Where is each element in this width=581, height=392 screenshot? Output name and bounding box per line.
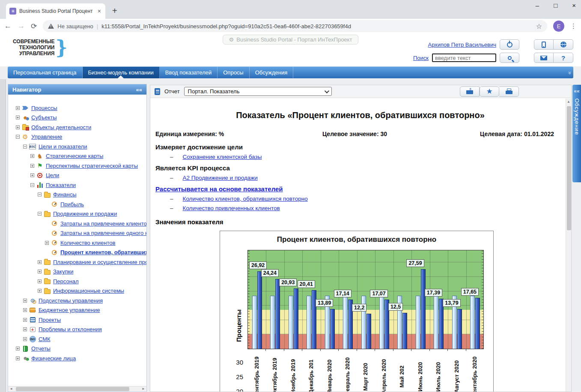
tree-expand-icon[interactable]: + — [38, 279, 42, 283]
tree-expand-icon[interactable]: + — [23, 318, 27, 322]
help-button[interactable]: ? — [554, 53, 573, 63]
address-input[interactable]: Не защищено | k11:5558/Portal_InTekhProy… — [43, 20, 547, 32]
content-vertical-scrollbar[interactable]: ▲ — [566, 98, 571, 392]
tree-expand-icon[interactable]: + — [30, 164, 34, 168]
reload-button[interactable]: ⟳ — [31, 22, 37, 31]
tree-collapse-icon[interactable]: − — [23, 145, 27, 148]
tree-link[interactable]: Прибыль — [60, 201, 84, 208]
tree-expand-icon[interactable]: + — [16, 356, 20, 360]
tree-expand-icon[interactable]: + — [23, 327, 27, 331]
tree-link[interactable]: Процент клиентов, обратившихся пов — [60, 249, 146, 255]
tree-link[interactable]: Затраты на привлечение одного клиента — [60, 230, 146, 236]
tree-link[interactable]: Персонал — [53, 278, 79, 285]
tree-link[interactable]: Проблемы и отклонения — [39, 326, 102, 333]
nav-tab-бизнес-модель-компании[interactable]: Бизнес-модель компании — [83, 67, 160, 78]
scrollbar-thumb[interactable] — [567, 106, 571, 230]
tree-link[interactable]: Бюджетное управление — [39, 307, 100, 313]
scrollbar-thumb[interactable] — [16, 387, 129, 391]
report-select[interactable]: Портал. Показатель — [184, 87, 332, 96]
tree-link[interactable]: Закупки — [53, 268, 73, 275]
tree-expand-icon[interactable]: + — [23, 308, 27, 312]
tree-link[interactable]: Отчеты — [31, 345, 51, 352]
tree-link[interactable]: Планирование и осуществление проектных — [53, 259, 146, 265]
related-link[interactable]: Количество клиентов, обратившихся повтор… — [183, 196, 308, 202]
nav-collapse-icon[interactable]: « — [566, 71, 572, 74]
tree-link[interactable]: Затраты на привлечение клиентов — [60, 220, 146, 227]
tree-expand-icon[interactable]: + — [16, 106, 20, 110]
tree-expand-icon[interactable]: + — [23, 337, 27, 341]
browser-menu-icon[interactable]: ⋮ — [570, 22, 577, 30]
language-button[interactable] — [554, 39, 573, 50]
scroll-left-icon[interactable]: ◄ — [8, 386, 14, 392]
tree-link[interactable]: Цели — [46, 172, 59, 178]
nav-tab-персональная-страница[interactable]: Персональная страница — [8, 67, 83, 78]
nav-tab-обсуждения[interactable]: Обсуждения — [250, 67, 294, 78]
section-heading[interactable]: Рассчитывается на основе показателей — [155, 185, 565, 193]
tree-link[interactable]: Количество клиентов — [60, 240, 115, 246]
scroll-right-icon[interactable]: ► — [140, 386, 146, 392]
nav-tab-опросы[interactable]: Опросы — [218, 67, 249, 78]
tree-link[interactable]: Управление — [31, 134, 62, 140]
discussion-panel-tab[interactable]: «« Обсуждение — [572, 85, 581, 182]
window-minimize-button[interactable]: – — [536, 2, 539, 9]
tree-link[interactable]: Финансы — [53, 191, 77, 198]
new-tab-button[interactable]: + — [112, 6, 117, 16]
sidebar-horizontal-scrollbar[interactable]: ◄ ► — [8, 386, 146, 392]
user-profile-link[interactable]: Архипов Петр Васильевич — [428, 42, 496, 48]
tree-link[interactable]: Процессы — [31, 105, 57, 111]
tree-expand-icon[interactable]: + — [45, 241, 49, 245]
nav-tab-ввод-показателей[interactable]: Ввод показателей — [160, 67, 218, 78]
scroll-up-icon[interactable]: ▲ — [566, 98, 571, 105]
tree-link[interactable]: Физические лица — [31, 355, 76, 362]
tree-link[interactable]: Проекты — [39, 317, 61, 323]
bookmark-star-icon[interactable]: ☆ — [536, 22, 542, 30]
window-close-button[interactable]: × — [572, 2, 576, 9]
tree-collapse-icon[interactable]: − — [38, 193, 42, 196]
related-link[interactable]: Сохранение клиентской базы — [183, 154, 262, 160]
tree-expand-icon[interactable]: + — [16, 125, 20, 129]
tree-link[interactable]: Объекты деятельности — [31, 124, 91, 131]
not-secure-warning-icon[interactable] — [48, 24, 54, 29]
tree-link[interactable]: Показатели — [46, 182, 76, 188]
search-input[interactable] — [432, 53, 496, 62]
profile-avatar[interactable]: E — [553, 21, 564, 32]
tree-expand-icon[interactable]: + — [16, 116, 20, 119]
tree-expand-icon[interactable]: + — [30, 173, 34, 177]
star-icon: ★ — [486, 88, 492, 95]
export-button[interactable]: ⇩ — [460, 86, 480, 97]
tree-link[interactable]: Информационные системы — [53, 288, 124, 294]
tree-collapse-icon[interactable]: − — [16, 135, 20, 139]
tab-close-icon[interactable]: × — [97, 8, 102, 15]
favorite-button[interactable]: ★ — [480, 86, 499, 97]
tree-expand-icon[interactable]: + — [38, 260, 42, 264]
tree-link[interactable]: Стратегические карты — [46, 153, 103, 159]
browser-tab[interactable]: ✳ Business Studio Portal Процент к × — [6, 3, 105, 19]
tree-collapse-icon[interactable]: − — [38, 212, 42, 216]
tree-expand-icon[interactable]: + — [30, 154, 34, 158]
search-link[interactable]: Поиск — [413, 55, 429, 61]
discussion-expand-icon[interactable]: «« — [574, 88, 579, 94]
tree-expand-icon[interactable]: + — [38, 270, 42, 273]
sidebar-collapse-icon[interactable]: «« — [136, 86, 142, 93]
tree-link[interactable]: Подсистемы управления — [39, 297, 103, 304]
tree-expand-icon[interactable]: + — [16, 347, 20, 350]
search-button[interactable] — [500, 53, 519, 63]
mail-button[interactable] — [534, 53, 554, 63]
related-link[interactable]: Количество привлеченных клиентов — [183, 205, 280, 211]
logout-button[interactable] — [500, 39, 519, 50]
value-bar — [257, 271, 262, 349]
tree-link[interactable]: СМК — [39, 336, 51, 342]
tree-link[interactable]: Цели и показатели — [39, 143, 87, 150]
forward-button[interactable]: → — [18, 22, 25, 30]
tree-link[interactable]: Перспективы стратегической карты — [46, 163, 138, 169]
tree-link[interactable]: Продвижение и продажи — [53, 211, 117, 217]
mobile-version-button[interactable] — [534, 39, 554, 50]
window-maximize-button[interactable]: □ — [554, 2, 557, 9]
tree-expand-icon[interactable]: + — [23, 299, 27, 303]
tree-expand-icon[interactable]: + — [38, 289, 42, 293]
tree-collapse-icon[interactable]: − — [30, 183, 34, 187]
print-button[interactable] — [499, 86, 519, 97]
tree-link[interactable]: Субъекты — [31, 114, 57, 121]
back-button[interactable]: ← — [4, 22, 12, 30]
related-link[interactable]: А2 Продвижение и продажи — [183, 175, 258, 181]
